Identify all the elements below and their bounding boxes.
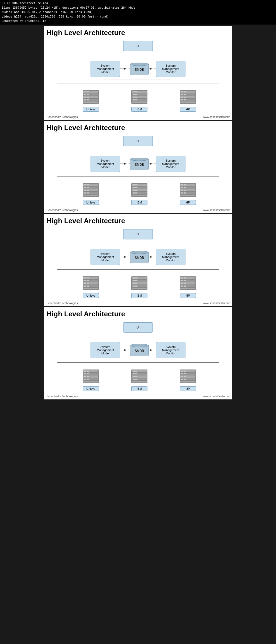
- unisys-3: Unisys: [80, 275, 102, 298]
- svg-rect-156: [133, 373, 135, 374]
- svg-rect-9: [87, 91, 89, 92]
- smdb-4: SMDB: [130, 344, 149, 356]
- svg-marker-89: [150, 256, 153, 258]
- svg-rect-126: [181, 280, 183, 281]
- svg-rect-145: [87, 376, 89, 377]
- svg-rect-29: [135, 99, 137, 100]
- svg-rect-168: [181, 371, 183, 372]
- svg-rect-83: [184, 187, 186, 188]
- svg-rect-110: [133, 277, 135, 279]
- svg-rect-128: [181, 283, 183, 284]
- svg-rect-10: [84, 94, 86, 95]
- svg-rect-142: [84, 373, 86, 374]
- hp-1: HP: [177, 89, 199, 112]
- svg-rect-51: [83, 195, 98, 196]
- footer-left-3: Sonebhadra Technologies: [47, 302, 78, 305]
- hp-4: HP: [177, 368, 199, 391]
- svg-rect-125: [184, 277, 186, 279]
- smdb-3: SMDB: [130, 251, 149, 263]
- svg-rect-13: [87, 97, 89, 98]
- timestamp-2: 00:2:11.2: [220, 209, 230, 212]
- ibm-4: IBM: [129, 368, 150, 391]
- smm-box-2: System Management Model: [91, 156, 120, 172]
- ibm-2: IBM: [129, 182, 150, 205]
- svg-rect-65: [132, 195, 147, 196]
- svg-rect-12: [84, 97, 86, 98]
- svg-rect-144: [84, 376, 86, 377]
- smon-box-3: System Management Monitor: [156, 249, 185, 265]
- ibm-label-2: IBM: [131, 200, 147, 205]
- svg-rect-131: [184, 286, 186, 287]
- ibm-label-1: IBM: [131, 107, 147, 112]
- svg-rect-175: [184, 379, 186, 380]
- footer-left-2: Sonebhadra Technologies: [47, 209, 78, 212]
- svg-rect-68: [133, 187, 135, 188]
- svg-rect-26: [133, 97, 135, 98]
- unisys-label-4: Unisys: [83, 386, 99, 391]
- svg-rect-37: [184, 91, 186, 92]
- svg-rect-73: [135, 192, 137, 194]
- timestamp-4: 00:6:11.7: [220, 395, 230, 398]
- ui-box-4: UI: [123, 322, 153, 333]
- unisys-label-1: Unisys: [83, 107, 99, 112]
- svg-rect-8: [84, 91, 86, 92]
- svg-rect-116: [133, 286, 135, 287]
- svg-marker-0: [124, 68, 127, 70]
- frame-2: High Level Architecture UI System Manage…: [44, 121, 232, 213]
- svg-rect-139: [83, 381, 98, 382]
- ui-box-3: UI: [123, 229, 153, 239]
- smdb-1: SMDB: [130, 63, 149, 75]
- frame-4: High Level Architecture UI System Manage…: [44, 307, 232, 399]
- svg-rect-100: [84, 283, 86, 284]
- smon-box-1: System Management Monitor: [156, 61, 185, 77]
- frame-2-title: High Level Architecture: [47, 124, 229, 132]
- svg-rect-112: [133, 280, 135, 281]
- smm-box-4: System Management Model: [91, 342, 120, 358]
- smon-box-2: System Management Monitor: [156, 156, 185, 172]
- svg-rect-40: [181, 97, 183, 98]
- footer-left-4: Sonebhadra Technologies: [47, 395, 78, 398]
- svg-rect-39: [184, 94, 186, 95]
- ui-box-1: UI: [123, 41, 153, 51]
- svg-rect-147: [87, 379, 89, 380]
- svg-rect-143: [87, 373, 89, 374]
- svg-rect-81: [184, 184, 186, 185]
- svg-rect-14: [84, 99, 86, 100]
- svg-rect-70: [133, 190, 135, 191]
- svg-rect-79: [180, 195, 195, 196]
- unisys-4: Unisys: [80, 368, 102, 391]
- svg-rect-115: [135, 283, 137, 284]
- svg-rect-146: [84, 379, 86, 380]
- svg-rect-56: [84, 190, 86, 191]
- svg-rect-58: [84, 192, 86, 194]
- svg-rect-43: [184, 99, 186, 100]
- svg-rect-87: [184, 192, 186, 194]
- svg-rect-53: [87, 184, 89, 185]
- svg-rect-117: [135, 286, 137, 287]
- frame-1-title: High Level Architecture: [47, 29, 229, 37]
- svg-rect-38: [181, 94, 183, 95]
- smm-box-3: System Management Model: [91, 249, 120, 265]
- svg-rect-172: [181, 376, 183, 377]
- svg-rect-111: [135, 277, 137, 279]
- frame-1: High Level Architecture UI System Manage…: [44, 26, 232, 120]
- hp-label-3: HP: [180, 293, 196, 298]
- svg-rect-67: [135, 184, 137, 185]
- svg-rect-69: [135, 187, 137, 188]
- svg-rect-95: [83, 288, 98, 289]
- svg-rect-15: [87, 99, 89, 100]
- svg-rect-84: [181, 190, 183, 191]
- svg-rect-171: [184, 373, 186, 374]
- svg-rect-25: [135, 94, 137, 95]
- svg-rect-161: [135, 379, 137, 380]
- svg-rect-158: [133, 376, 135, 377]
- svg-marker-132: [124, 349, 127, 351]
- unisys-1: Unisys: [80, 89, 102, 112]
- svg-rect-82: [181, 187, 183, 188]
- svg-rect-24: [133, 94, 135, 95]
- svg-rect-71: [135, 190, 137, 191]
- svg-rect-23: [135, 91, 137, 92]
- frame-4-title: High Level Architecture: [47, 310, 229, 318]
- unisys-2: Unisys: [80, 182, 102, 205]
- svg-rect-72: [133, 192, 135, 194]
